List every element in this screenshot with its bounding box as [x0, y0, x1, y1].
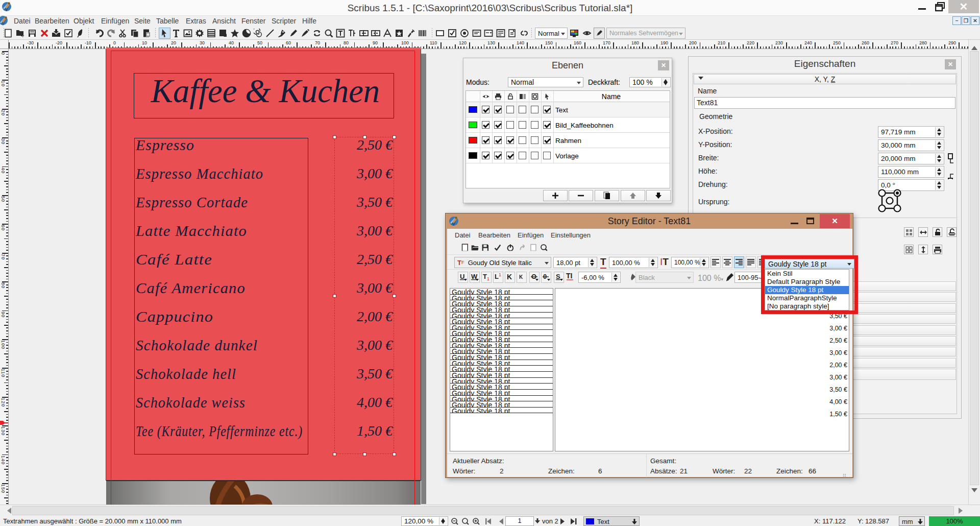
svg-text:1: 1 — [487, 276, 489, 281]
svg-text:K: K — [507, 273, 512, 281]
svg-text:L: L — [495, 273, 499, 280]
svg-text:T: T — [483, 273, 487, 280]
svg-text:1: 1 — [499, 272, 501, 277]
svg-text:TI: TI — [566, 272, 572, 280]
svg-text:K: K — [519, 274, 523, 280]
